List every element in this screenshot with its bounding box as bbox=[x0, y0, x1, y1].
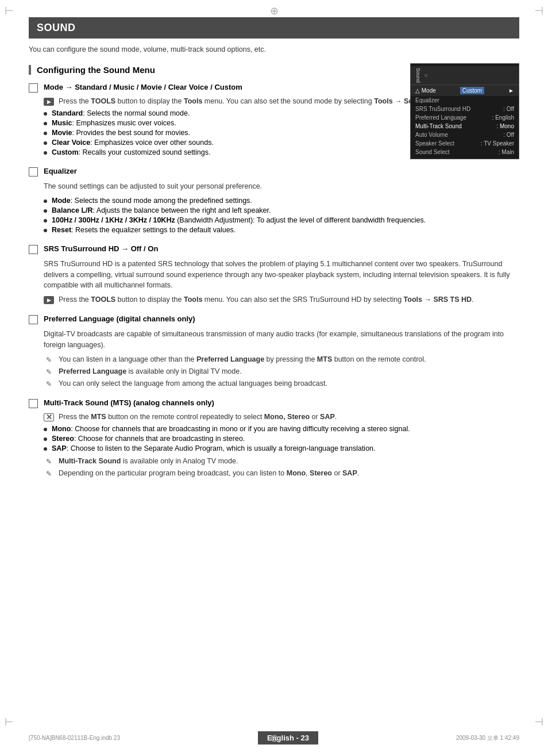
tv-menu-lang-label: Preferred Language bbox=[415, 114, 466, 121]
section-title-bar: SOUND bbox=[29, 17, 519, 39]
mts-label: Multi-Track Sound (MTS) (analog channels… bbox=[44, 398, 214, 407]
bullet-mono-text: Mono: Choose for channels that are broad… bbox=[52, 425, 410, 433]
pl-note3: ✎ You can only select the language from … bbox=[44, 379, 519, 388]
footer-date: 2009-03-30 오후 1:42:49 bbox=[456, 734, 519, 742]
corner-mark-br: ⊢ bbox=[532, 716, 543, 727]
equalizer-section: Equalizer The sound settings can be adju… bbox=[29, 167, 519, 234]
pl-checkbox-icon bbox=[29, 315, 38, 324]
page-intro: You can configure the sound mode, volume… bbox=[29, 45, 519, 53]
pencil-icon-mts2: ✎ bbox=[44, 470, 54, 478]
top-crosshair: ⊕ bbox=[270, 5, 279, 17]
corner-mark-tl: ⊢ bbox=[5, 5, 16, 16]
pencil-icon-2: ✎ bbox=[44, 368, 54, 376]
eq-bullet-list: Mode: Selects the sound mode among the p… bbox=[44, 197, 519, 234]
pencil-icon-mts1: ✎ bbox=[44, 458, 54, 466]
bullet-standard-text: Standard: Selects the normal sound mode. bbox=[52, 109, 190, 117]
bullet-dot bbox=[44, 229, 47, 232]
page-container: ⊢ ⊢ ⊕ SOUND You can configure the sound … bbox=[0, 0, 548, 756]
bullet-dot bbox=[44, 141, 47, 145]
tv-menu-av-label: Auto Volume bbox=[415, 132, 448, 138]
mts-bullet-list: Mono: Choose for channels that are broad… bbox=[44, 425, 519, 452]
tv-menu-mode-value: Custom bbox=[460, 87, 484, 94]
mode-checkbox-icon bbox=[29, 83, 38, 93]
bullet-dot bbox=[44, 132, 47, 135]
pencil-icon-1: ✎ bbox=[44, 356, 54, 364]
bullet-sap: SAP: Choose to listen to the Separate Au… bbox=[44, 444, 519, 452]
srs-body: SRS TruSurround HD is a patented SRS tec… bbox=[44, 259, 519, 291]
tv-menu-av-value: : Off bbox=[503, 132, 514, 138]
bullet-mono: Mono: Choose for channels that are broad… bbox=[44, 425, 519, 433]
eq-label: Equalizer bbox=[44, 167, 77, 175]
bottom-crosshair: ⊕ bbox=[270, 732, 279, 745]
srs-checkbox-row: SRS TruSurround HD → Off / On bbox=[29, 244, 519, 254]
tv-menu-row-lang: Preferred Language : English bbox=[411, 113, 519, 122]
corner-mark-bl: ⊢ bbox=[5, 716, 16, 727]
bullet-eq-reset-text: Reset: Resets the equalizer settings to … bbox=[52, 226, 236, 234]
pl-note2: ✎ Preferred Language is available only i… bbox=[44, 367, 519, 376]
eq-intro: The sound settings can be adjusted to su… bbox=[44, 181, 519, 192]
srs-checkbox-icon bbox=[29, 245, 38, 254]
bullet-dot bbox=[44, 122, 47, 125]
mts-x-note: ✕ Press the MTS button on the remote con… bbox=[44, 413, 519, 421]
tv-menu-row-av: Auto Volume : Off bbox=[411, 131, 519, 139]
mts-note2-text: Depending on the particular program bein… bbox=[59, 469, 359, 477]
tv-menu-arrow: ► bbox=[508, 87, 514, 94]
bullet-stereo-text: Stereo: Choose for channels that are bro… bbox=[52, 435, 245, 443]
pl-checkbox-row: Preferred Language (digital channels onl… bbox=[29, 314, 519, 324]
mts-note1-text: Multi-Track Sound is available only in A… bbox=[59, 457, 238, 465]
bullet-dot bbox=[44, 199, 47, 203]
pencil-icon-3: ✎ bbox=[44, 380, 54, 388]
bullet-eq-reset: Reset: Resets the equalizer settings to … bbox=[44, 226, 519, 234]
tv-menu-row-mts: Multi-Track Sound : Mono bbox=[411, 122, 519, 131]
mts-note1: ✎ Multi-Track Sound is available only in… bbox=[44, 457, 519, 466]
footer-page-num: English - 23 bbox=[258, 731, 318, 745]
bullet-dot bbox=[44, 447, 47, 451]
srs-section: SRS TruSurround HD → Off / On SRS TruSur… bbox=[29, 244, 519, 304]
tv-menu-eq-label: Equalizer bbox=[415, 97, 439, 103]
corner-mark-tr: ⊢ bbox=[532, 5, 543, 16]
bullet-dot bbox=[44, 112, 47, 116]
bullet-sap-text: SAP: Choose to listen to the Separate Au… bbox=[52, 444, 376, 452]
tv-menu-mockup: Sound ○ △ Mode Custom ► Equalizer SRS Tr… bbox=[410, 63, 519, 159]
bullet-custom-text: Custom: Recalls your customized sound se… bbox=[52, 148, 211, 156]
bullet-music-text: Music: Emphasizes music over voices. bbox=[52, 119, 176, 127]
bullet-clear-voice-text: Clear Voice: Emphasizes voice over other… bbox=[52, 139, 214, 147]
mts-x-text: Press the MTS button on the remote contr… bbox=[59, 413, 337, 421]
eq-checkbox-row: Equalizer bbox=[29, 167, 519, 176]
tv-menu-row-ss: Speaker Select : TV Speaker bbox=[411, 139, 519, 148]
pl-body: Digital-TV broadcasts are capable of sim… bbox=[44, 329, 519, 351]
bullet-eq-mode-text: Mode: Selects the sound mode among the p… bbox=[52, 197, 252, 205]
tv-menu-sound-label: Sound bbox=[415, 68, 421, 83]
tv-menu-row-sel: Sound Select : Main bbox=[411, 148, 519, 156]
bullet-eq-mode: Mode: Selects the sound mode among the p… bbox=[44, 197, 519, 205]
tv-menu-sel-value: : Main bbox=[499, 149, 514, 155]
bullet-eq-freq-text: 100Hz / 300Hz / 1KHz / 3KHz / 10KHz (Ban… bbox=[52, 216, 426, 224]
bullet-eq-balance-text: Balance L/R: Adjusts the balance between… bbox=[52, 206, 271, 214]
tv-menu-srs-label: SRS TruSurround HD bbox=[415, 106, 470, 112]
preferred-lang-section: Preferred Language (digital channels onl… bbox=[29, 314, 519, 388]
mts-note2: ✎ Depending on the particular program be… bbox=[44, 469, 519, 478]
tv-menu-ss-label: Speaker Select bbox=[415, 140, 454, 147]
pl-note3-text: You can only select the language from am… bbox=[59, 379, 327, 387]
mts-section: Multi-Track Sound (MTS) (analog channels… bbox=[29, 398, 519, 478]
bullet-dot bbox=[44, 209, 47, 213]
tv-menu-lang-value: : English bbox=[492, 114, 514, 121]
bullet-eq-freq: 100Hz / 300Hz / 1KHz / 3KHz / 10KHz (Ban… bbox=[44, 216, 519, 224]
srs-note-text: Press the TOOLS button to display the To… bbox=[59, 296, 474, 304]
mode-label: Mode → Standard / Music / Movie / Clear … bbox=[44, 83, 242, 91]
tv-menu-sel-label: Sound Select bbox=[415, 149, 450, 155]
tv-menu-mode-label: △ Mode bbox=[415, 87, 436, 94]
tv-menu-mts-label: Multi-Track Sound bbox=[415, 123, 462, 129]
pl-note1-text: You can listen in a language other than … bbox=[59, 355, 426, 363]
bullet-dot bbox=[44, 428, 47, 431]
srs-note-row: ▶ Press the TOOLS button to display the … bbox=[44, 296, 519, 304]
bullet-stereo: Stereo: Choose for channels that are bro… bbox=[44, 435, 519, 443]
footer-filename: [750-NA]BN68-02111B-Eng.indb 23 bbox=[29, 735, 120, 741]
pl-note2-text: Preferred Language is available only in … bbox=[59, 367, 242, 375]
remote-icon-srs: ▶ bbox=[44, 296, 54, 304]
pl-note1: ✎ You can listen in a language other tha… bbox=[44, 355, 519, 364]
mts-checkbox-icon bbox=[29, 399, 38, 408]
remote-icon: ▶ bbox=[44, 98, 54, 106]
tv-menu-header-spacer: ○ bbox=[424, 72, 427, 78]
tv-menu-ss-value: : TV Speaker bbox=[481, 140, 514, 147]
